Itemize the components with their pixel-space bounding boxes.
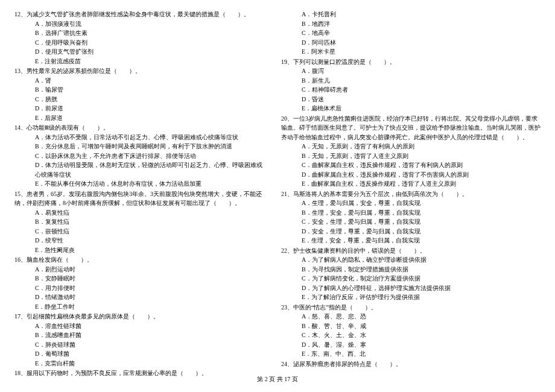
question-option: B．新生儿 bbox=[281, 76, 541, 86]
question-option: E．阿米卡星 bbox=[281, 47, 541, 57]
right-column: A．卡托普利B．地西泮C．地高辛D．阿司匹林E．阿米卡星19、下列可以测量口腔温… bbox=[278, 10, 541, 379]
question-option: C．以卧床休息为主，不允许患者下床进行排尿、排便等活动 bbox=[14, 151, 267, 161]
question-option: C．安全，生理，爱与归属，尊重，自我实现 bbox=[281, 217, 541, 227]
question: 16、脑血栓发病在（ ）。A．剧烈运动时B．安静睡眠时C．用力排便时D．情绪激动… bbox=[14, 255, 267, 311]
question-option: C．地高辛 bbox=[281, 28, 541, 38]
question-option: D．绞窄性 bbox=[14, 236, 267, 245]
question: 15、患者男，65岁。发现右腹股沟内侧包块3年余。3天前腹股沟包块突然增大，变硬… bbox=[14, 189, 267, 255]
question: 20、一位3岁病儿患急性菌痢住进医院，经治疗本已好转，行将出院。其父母觉得小儿虚… bbox=[281, 114, 541, 189]
question-stem: 19、下列可以测量口腔温度的是（ ）。 bbox=[281, 57, 541, 67]
question: 24、泌尿系肿瘤患者排尿的特点是（ ）。 bbox=[281, 359, 541, 369]
question-option: C．为了解病情变化，制定治疗方案提供依据 bbox=[281, 274, 541, 283]
question-option: A．无知，无原则，违背了有利病人的原则 bbox=[281, 142, 541, 151]
question-option: A．怒、喜、思、悲、恐 bbox=[281, 312, 541, 321]
question-option: B．为寻找病因，制定护理措施提供依据 bbox=[281, 265, 541, 274]
question-option: D．昏迷 bbox=[281, 95, 541, 104]
question-option: A．为了解病人的隐私，确立护理诊断提供依据 bbox=[281, 255, 541, 265]
question-stem: 24、泌尿系肿瘤患者排尿的特点是（ ）。 bbox=[281, 359, 541, 369]
question-option: B．酸、苦、甘、辛、咸 bbox=[281, 321, 541, 331]
question-option: B．安静睡眠时 bbox=[14, 274, 267, 283]
question-option: E．扁桃体术后 bbox=[281, 104, 541, 113]
question-option: E．静坐工作时 bbox=[14, 302, 267, 312]
question-option: B．无知，无原则，违背了人道主义原则 bbox=[281, 151, 541, 161]
question-option: D．使用支气管扩张剂 bbox=[14, 47, 267, 57]
question-option: E．急性阑尾炎 bbox=[14, 245, 267, 255]
question-option: A．生理，爱与归属，安全，尊重，自我实现 bbox=[281, 198, 541, 208]
question-option: A．加强痰液引流 bbox=[14, 19, 267, 29]
question-option: B．复复性疝 bbox=[14, 217, 267, 227]
question-option: D．为了解病人的心理特征，选择护理实施方法提供依据 bbox=[281, 283, 541, 293]
question-option: A．体力活动不受限，日常活动不引起乏力、心悸、呼吸困难或心绞痛等症状 bbox=[14, 133, 267, 142]
question-option: E．东、南、中、西、北 bbox=[281, 349, 541, 359]
question-option: D．前尿道 bbox=[14, 104, 267, 113]
question-stem: 16、脑血栓发病在（ ）。 bbox=[14, 255, 267, 265]
question: A．卡托普利B．地西泮C．地高辛D．阿司匹林E．阿米卡星 bbox=[281, 10, 541, 57]
question-option: E．注射流感疫苗 bbox=[14, 57, 267, 66]
question-option: C．膀胱 bbox=[14, 95, 267, 104]
question-option: B．选择广谱抗生素 bbox=[14, 28, 267, 38]
question-option: D．阿司匹林 bbox=[281, 38, 541, 48]
question-option: B．地西泮 bbox=[281, 19, 541, 29]
question-option: A．腹泻 bbox=[281, 66, 541, 76]
question: 14、心功能Ⅲ级的表现有（ ）。A．体力活动不受限，日常活动不引起乏力、心悸、呼… bbox=[14, 123, 267, 189]
question-option: C．曲解家属自主权，违反操作规程，违背了有利病人的原则 bbox=[281, 160, 541, 170]
question-option: C．嵌顿性疝 bbox=[14, 227, 267, 236]
question-option: D．曲解家属自主权，违反操作规程，违背了不伤害病人的原则 bbox=[281, 170, 541, 180]
question-option: A．易复性疝 bbox=[14, 208, 267, 218]
question: 17、引起细菌性扁桃体炎最多见的病原体是（ ）。A．溶血性链球菌B．流感嗜血杆菌… bbox=[14, 312, 267, 368]
question: 13、男性最常见的泌尿系损伤部位是（ ）。A．肾B．输尿管C．膀胱D．前尿道E．… bbox=[14, 66, 267, 122]
question-option: A．肾 bbox=[14, 76, 267, 86]
question-option: E．克雷白杆菌 bbox=[14, 359, 267, 368]
question-option: C．用力排便时 bbox=[14, 283, 267, 293]
question-option: E．曲解家属自主权，违反操作规程，违背了人道主义原则 bbox=[281, 179, 541, 189]
question-stem: 21、马斯洛将人的基本需要分为五个层次，由低到高依次为（ ）。 bbox=[281, 189, 541, 199]
question-stem: 13、男性最常见的泌尿系损伤部位是（ ）。 bbox=[14, 66, 267, 76]
question-stem: 12、为减少支气管扩张患者肺部继发性感染和全身中毒症状，最关键的措施是（ ）。 bbox=[14, 10, 267, 19]
question-option: C．使用呼吸兴奋剂 bbox=[14, 38, 267, 48]
question-option: B．充分休息后，可增加午睡时间及夜间睡眠时间，有利于下肢水肿的消退 bbox=[14, 142, 267, 151]
question-stem: 22、护士收集健康资料的目的中，错误的是（ ）。 bbox=[281, 246, 541, 256]
question-option: D．体力活动明显受限，休息时无症状，轻微的活动即可引起乏力、心悸、呼吸困难或心绞… bbox=[14, 160, 267, 179]
question: 23、中医的“情志”指的是（ ）。A．怒、喜、思、悲、恐B．酸、苦、甘、辛、咸C… bbox=[281, 303, 541, 359]
question-option: D．情绪激动时 bbox=[14, 292, 267, 302]
question-option: A．溶血性链球菌 bbox=[14, 321, 267, 331]
question: 22、护士收集健康资料的目的中，错误的是（ ）。A．为了解病人的隐私，确立护理诊… bbox=[281, 246, 541, 302]
question-option: B．输尿管 bbox=[14, 85, 267, 95]
question-option: A．剧烈运动时 bbox=[14, 265, 267, 274]
question-option: B．流感嗜血杆菌 bbox=[14, 330, 267, 340]
question-option: C．精神障碍患者 bbox=[281, 85, 541, 95]
question: 21、马斯洛将人的基本需要分为五个层次，由低到高依次为（ ）。A．生理，爱与归属… bbox=[281, 189, 541, 245]
question-option: E．后尿道 bbox=[14, 113, 267, 123]
question: 19、下列可以测量口腔温度的是（ ）。A．腹泻B．新生儿C．精神障碍患者D．昏迷… bbox=[281, 57, 541, 113]
question-stem: 17、引起细菌性扁桃体炎最多见的病原体是（ ）。 bbox=[14, 312, 267, 321]
question-option: E．生理，安全，尊重，爱与归属，自我实现 bbox=[281, 236, 541, 245]
question-option: C．肺炎链球菌 bbox=[14, 340, 267, 350]
page-footer: 第 2 页 共 17 页 bbox=[0, 375, 555, 384]
question-stem: 14、心功能Ⅲ级的表现有（ ）。 bbox=[14, 123, 267, 133]
question-option: C．木、火、土、金、水 bbox=[281, 330, 541, 340]
question-option: D．风、暑、湿、燥、寒 bbox=[281, 340, 541, 350]
question-option: E．不能从事任何体力活动，休息时亦有症状，体力活动后加重 bbox=[14, 179, 267, 189]
question-option: D．葡萄球菌 bbox=[14, 349, 267, 359]
question-stem: 20、一位3岁病儿患急性菌痢住进医院，经治疗本已好转，行将出院。其父母觉得小儿虚… bbox=[281, 114, 541, 142]
question-stem: 23、中医的“情志”指的是（ ）。 bbox=[281, 303, 541, 312]
question-stem: 15、患者男，65岁。发现右腹股沟内侧包块3年余。3天前腹股沟包块突然增大，变硬… bbox=[14, 189, 267, 208]
left-column: 12、为减少支气管扩张患者肺部继发性感染和全身中毒症状，最关键的措施是（ ）。A… bbox=[14, 10, 278, 379]
question: 12、为减少支气管扩张患者肺部继发性感染和全身中毒症状，最关键的措施是（ ）。A… bbox=[14, 10, 267, 66]
question-option: E．为了解治疗反应，评估护理行为提供依据 bbox=[281, 292, 541, 302]
question-option: A．卡托普利 bbox=[281, 10, 541, 19]
question-option: B．生理，安全，爱与归属，尊重，自我实现 bbox=[281, 208, 541, 218]
question-option: D．安全，生理，尊重，爱与归属，自我实现 bbox=[281, 227, 541, 236]
